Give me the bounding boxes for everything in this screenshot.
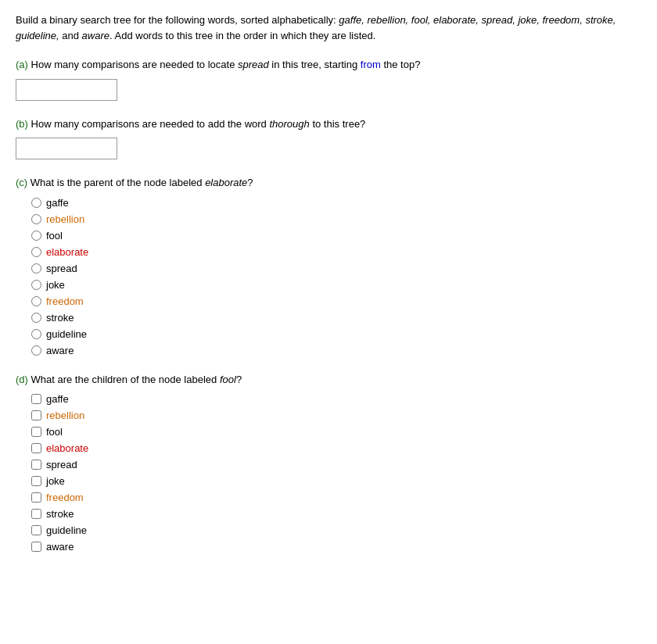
radio-label-elaborate-c: elaborate — [46, 246, 88, 258]
checkbox-item-gaffe[interactable]: gaffe — [31, 393, 641, 405]
question-c-text: What is the parent of the node labeled e… — [31, 177, 253, 188]
checkbox-guideline-d[interactable] — [31, 525, 41, 535]
checkbox-item-elaborate[interactable]: elaborate — [31, 442, 641, 454]
question-b-text: How many comparisons are needed to add t… — [31, 118, 366, 130]
checkbox-label-joke-d: joke — [46, 475, 65, 487]
question-a-label: (a) How many comparisons are needed to l… — [16, 57, 641, 73]
question-d-checkbox-group: gaffe rebellion fool elaborate spread jo… — [31, 393, 641, 553]
radio-item-joke[interactable]: joke — [31, 279, 641, 291]
checkbox-item-fool[interactable]: fool — [31, 426, 641, 438]
question-a-text: How many comparisons are needed to locat… — [31, 59, 421, 70]
radio-label-gaffe-c: gaffe — [46, 197, 69, 209]
checkbox-item-rebellion[interactable]: rebellion — [31, 410, 641, 421]
part-d-letter: (d) — [16, 374, 28, 385]
question-d-text: What are the children of the node labele… — [31, 374, 242, 385]
intro-paragraph: Build a binary search tree for the follo… — [16, 13, 641, 43]
radio-spread-c[interactable] — [31, 263, 41, 274]
radio-item-fool[interactable]: fool — [31, 230, 641, 242]
radio-joke-c[interactable] — [31, 280, 41, 290]
radio-label-fool-c: fool — [46, 230, 63, 242]
checkbox-aware-d[interactable] — [31, 542, 41, 552]
radio-label-guideline-c: guideline — [46, 328, 87, 340]
question-c-block: (c) What is the parent of the node label… — [16, 175, 641, 356]
radio-aware-c[interactable] — [31, 345, 41, 356]
checkbox-fool-d[interactable] — [31, 427, 41, 437]
checkbox-stroke-d[interactable] — [31, 509, 41, 519]
checkbox-label-aware-d: aware — [46, 541, 74, 553]
question-a-block: (a) How many comparisons are needed to l… — [16, 57, 641, 101]
checkbox-joke-d[interactable] — [31, 476, 41, 486]
checkbox-rebellion-d[interactable] — [31, 410, 41, 420]
checkbox-label-gaffe-d: gaffe — [46, 393, 69, 405]
checkbox-label-freedom-d: freedom — [46, 492, 84, 503]
radio-freedom-c[interactable] — [31, 296, 41, 306]
part-c-letter: (c) — [16, 177, 27, 188]
checkbox-gaffe-d[interactable] — [31, 394, 41, 404]
answer-b-input[interactable] — [16, 138, 117, 159]
radio-label-spread-c: spread — [46, 263, 77, 274]
radio-item-freedom[interactable]: freedom — [31, 295, 641, 307]
part-b-letter: (b) — [16, 118, 28, 130]
question-d-label: (d) What are the children of the node la… — [16, 372, 641, 388]
radio-item-aware[interactable]: aware — [31, 345, 641, 356]
radio-rebellion-c[interactable] — [31, 214, 41, 224]
radio-label-aware-c: aware — [46, 345, 74, 356]
radio-item-stroke[interactable]: stroke — [31, 312, 641, 324]
question-c-radio-group: gaffe rebellion fool elaborate spread jo… — [31, 197, 641, 356]
radio-item-rebellion[interactable]: rebellion — [31, 213, 641, 225]
radio-guideline-c[interactable] — [31, 329, 41, 339]
checkbox-item-joke[interactable]: joke — [31, 475, 641, 487]
question-c-label: (c) What is the parent of the node label… — [16, 175, 641, 191]
radio-label-freedom-c: freedom — [46, 295, 84, 307]
checkbox-freedom-d[interactable] — [31, 492, 41, 503]
checkbox-elaborate-d[interactable] — [31, 443, 41, 453]
radio-label-rebellion-c: rebellion — [46, 213, 84, 225]
checkbox-item-stroke[interactable]: stroke — [31, 508, 641, 520]
checkbox-item-guideline[interactable]: guideline — [31, 524, 641, 536]
checkbox-label-fool-d: fool — [46, 426, 63, 438]
checkbox-label-guideline-d: guideline — [46, 524, 87, 536]
radio-item-elaborate[interactable]: elaborate — [31, 246, 641, 258]
checkbox-spread-d[interactable] — [31, 460, 41, 470]
radio-item-guideline[interactable]: guideline — [31, 328, 641, 340]
radio-fool-c[interactable] — [31, 231, 41, 241]
checkbox-label-spread-d: spread — [46, 459, 77, 470]
checkbox-item-aware[interactable]: aware — [31, 541, 641, 553]
checkbox-label-stroke-d: stroke — [46, 508, 74, 520]
question-b-label: (b) How many comparisons are needed to a… — [16, 116, 641, 132]
radio-label-stroke-c: stroke — [46, 312, 74, 324]
radio-elaborate-c[interactable] — [31, 247, 41, 257]
radio-stroke-c[interactable] — [31, 313, 41, 323]
checkbox-label-elaborate-d: elaborate — [46, 442, 88, 454]
question-b-block: (b) How many comparisons are needed to a… — [16, 116, 641, 160]
part-a-letter: (a) — [16, 59, 28, 70]
checkbox-label-rebellion-d: rebellion — [46, 410, 84, 421]
radio-item-spread[interactable]: spread — [31, 263, 641, 274]
question-d-block: (d) What are the children of the node la… — [16, 372, 641, 553]
checkbox-item-freedom[interactable]: freedom — [31, 492, 641, 503]
radio-gaffe-c[interactable] — [31, 198, 41, 208]
radio-item-gaffe[interactable]: gaffe — [31, 197, 641, 209]
answer-a-input[interactable] — [16, 79, 117, 101]
radio-label-joke-c: joke — [46, 279, 65, 291]
checkbox-item-spread[interactable]: spread — [31, 459, 641, 470]
question-a-from: from — [361, 59, 381, 70]
